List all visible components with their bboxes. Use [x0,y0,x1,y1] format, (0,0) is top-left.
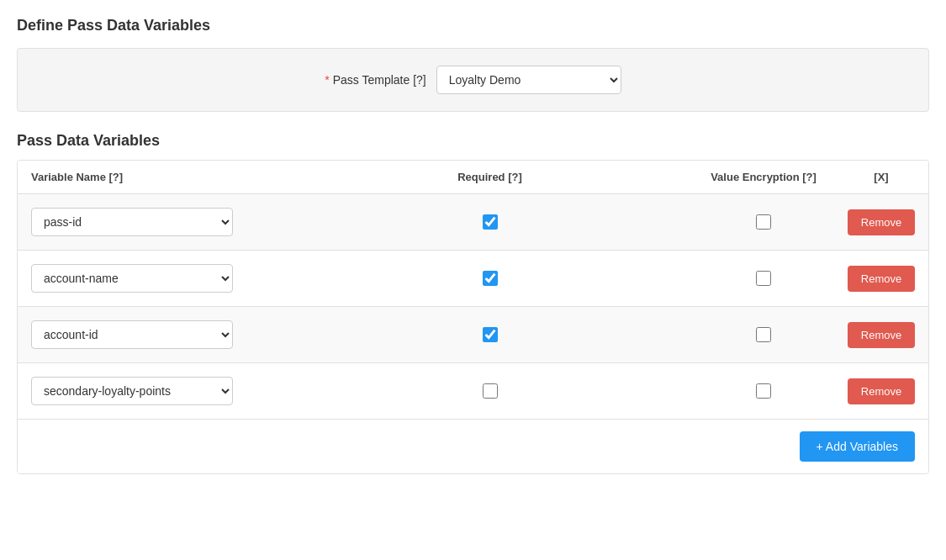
encryption-cell-4 [679,383,848,399]
remove-cell-4: Remove [848,378,915,404]
required-cell-4 [300,383,679,399]
encryption-cell-2 [679,271,848,286]
variable-select-2[interactable]: pass-id account-name account-id secondar… [31,264,233,293]
encryption-checkbox-4[interactable] [756,383,771,399]
table-row: pass-id account-name account-id secondar… [18,363,928,420]
table-row: pass-id account-name account-id secondar… [18,307,928,363]
variable-name-cell-2: pass-id account-name account-id secondar… [31,264,300,293]
remove-cell-1: Remove [848,209,915,235]
encryption-checkbox-2[interactable] [756,271,771,286]
required-checkbox-1[interactable] [483,214,498,230]
template-label: *Pass Template [?] [325,73,425,87]
template-row: *Pass Template [?] Loyalty Demo Option 2… [325,66,621,94]
encryption-cell-1 [679,214,848,230]
header-encryption: Value Encryption [?] [679,171,848,183]
add-variables-button[interactable]: + Add Variables [800,431,915,462]
variable-name-cell-4: pass-id account-name account-id secondar… [31,377,300,405]
remove-cell-2: Remove [848,266,915,292]
remove-button-3[interactable]: Remove [848,322,915,348]
variable-select-4[interactable]: pass-id account-name account-id secondar… [31,377,233,405]
remove-cell-3: Remove [848,322,915,348]
table-row: pass-id account-name account-id secondar… [18,251,928,307]
remove-button-4[interactable]: Remove [848,378,915,404]
required-cell-2 [300,271,679,286]
required-cell-1 [300,214,679,230]
variable-select-3[interactable]: pass-id account-name account-id secondar… [31,320,233,349]
remove-button-2[interactable]: Remove [848,266,915,292]
pass-data-title: Pass Data Variables [17,132,929,150]
required-checkbox-4[interactable] [483,383,498,399]
table-row: pass-id account-name account-id secondar… [18,194,928,251]
define-section-title: Define Pass Data Variables [17,17,929,34]
template-select[interactable]: Loyalty Demo Option 2 Option 3 [436,66,621,94]
variable-name-cell-3: pass-id account-name account-id secondar… [31,320,300,349]
header-remove: [X] [848,171,915,183]
required-checkbox-2[interactable] [483,271,498,286]
variable-name-cell-1: pass-id account-name account-id secondar… [31,208,300,236]
variable-select-1[interactable]: pass-id account-name account-id secondar… [31,208,233,236]
encryption-cell-3 [679,327,848,342]
encryption-checkbox-3[interactable] [756,327,771,342]
remove-button-1[interactable]: Remove [848,209,915,235]
required-checkbox-3[interactable] [483,327,498,342]
header-variable-name: Variable Name [?] [31,171,300,183]
table-header: Variable Name [?] Required [?] Value Enc… [18,161,928,194]
required-star: * [325,73,329,87]
encryption-checkbox-1[interactable] [756,214,771,230]
pass-data-table: Variable Name [?] Required [?] Value Enc… [17,160,929,474]
header-required: Required [?] [300,171,679,183]
template-section: *Pass Template [?] Loyalty Demo Option 2… [17,48,929,112]
table-footer: + Add Variables [18,420,928,473]
required-cell-3 [300,327,679,342]
